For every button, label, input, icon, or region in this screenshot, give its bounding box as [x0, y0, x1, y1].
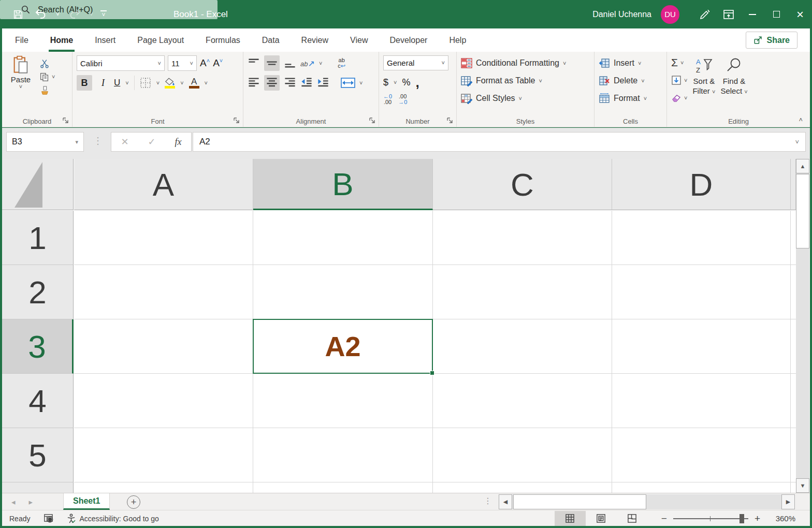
cancel-button[interactable]: ✕ [121, 136, 128, 148]
merge-center-button[interactable] [341, 78, 355, 88]
close-button[interactable]: × [788, 0, 812, 28]
font-color-dropdown-chevron[interactable]: ˅ [205, 80, 208, 86]
column-header-a[interactable]: A [74, 159, 253, 210]
tab-file[interactable]: File [4, 28, 39, 52]
cells-area[interactable] [74, 211, 796, 493]
clear-button[interactable]: ˅ [671, 91, 687, 105]
borders-button[interactable] [140, 77, 151, 89]
add-sheet-button[interactable]: + [127, 495, 140, 509]
shrink-font-button[interactable]: A˅ [213, 57, 223, 69]
fill-color-button[interactable] [165, 78, 175, 89]
macro-record-button[interactable] [44, 514, 53, 523]
redo-button[interactable] [67, 6, 82, 23]
row-header-2[interactable]: 2 [2, 265, 74, 319]
vertical-scroll-thumb[interactable] [796, 174, 809, 248]
align-left-button[interactable] [248, 77, 260, 89]
conditional-formatting-button[interactable]: Conditional Formatting ˅ [461, 55, 591, 71]
vertical-scrollbar[interactable]: ▲ ▼ [796, 159, 809, 493]
tab-help[interactable]: Help [438, 28, 477, 52]
font-name-combo[interactable]: Calibri˅ [77, 55, 165, 71]
redo-dropdown-chevron[interactable]: ˅ [90, 11, 93, 18]
borders-dropdown-chevron[interactable]: ˅ [156, 80, 160, 86]
user-name[interactable]: Daniel Uchenna [592, 10, 651, 19]
column-header-d[interactable]: D [612, 159, 791, 210]
grow-font-button[interactable]: A˄ [200, 57, 210, 69]
autosum-button[interactable]: Σ ˅ [671, 55, 687, 70]
align-center-button[interactable] [264, 75, 280, 91]
tab-page-layout[interactable]: Page Layout [126, 28, 195, 52]
scroll-left-button[interactable]: ◀ [499, 494, 512, 509]
increase-indent-button[interactable] [317, 77, 329, 89]
tab-insert[interactable]: Insert [84, 28, 126, 52]
wrap-text-button[interactable]: ab c↩ [338, 57, 345, 69]
formula-bar-input[interactable]: A2 ˅ [193, 132, 806, 152]
italic-button[interactable]: I [97, 75, 109, 91]
selected-cell-b3[interactable]: A2 [253, 319, 433, 374]
save-button[interactable] [10, 6, 26, 23]
find-select-button[interactable]: Find &Select ˅ [720, 55, 747, 105]
zoom-in-button[interactable]: + [755, 513, 760, 524]
name-box[interactable]: B3 ▾ [6, 132, 84, 152]
row-header-4[interactable]: 4 [2, 374, 74, 428]
row-header-6-sliver[interactable] [2, 482, 74, 493]
zoom-level[interactable]: 360% [765, 514, 795, 523]
align-top-button[interactable] [248, 57, 260, 69]
column-header-e-sliver[interactable] [791, 159, 796, 210]
minimize-button[interactable] [741, 0, 764, 28]
orientation-dropdown-chevron[interactable]: ˅ [319, 61, 322, 66]
accessibility-status-button[interactable]: Accessibility: Good to go [67, 514, 158, 523]
row-header-3[interactable]: 3 [2, 319, 74, 374]
font-dialog-launcher[interactable] [233, 117, 240, 124]
cell-styles-button[interactable]: Cell Styles ˅ [461, 91, 591, 106]
font-size-combo[interactable]: 11˅ [168, 55, 197, 71]
align-middle-button[interactable] [264, 55, 280, 71]
paste-button[interactable]: Paste ˅ [6, 55, 35, 96]
cut-button[interactable] [39, 58, 55, 68]
alignment-dialog-launcher[interactable] [369, 117, 376, 124]
row-header-1[interactable]: 1 [2, 211, 74, 265]
formula-bar-grip[interactable]: ⋮ [93, 135, 103, 146]
horizontal-scrollbar[interactable]: ◀ ▶ [499, 494, 795, 509]
enter-button[interactable]: ✓ [148, 136, 156, 148]
accounting-format-button[interactable]: $ [383, 77, 388, 88]
tab-home[interactable]: Home [39, 28, 84, 52]
delete-cells-button[interactable]: Delete ˅ [599, 73, 663, 89]
tab-formulas[interactable]: Formulas [195, 28, 251, 52]
insert-cells-button[interactable]: Insert ˅ [599, 55, 663, 71]
page-break-preview-button[interactable] [617, 511, 648, 526]
format-as-table-button[interactable]: Format as Table ˅ [461, 73, 591, 89]
prev-sheet-button[interactable]: ◂ [11, 497, 16, 507]
underline-button[interactable]: U [114, 75, 120, 91]
decrease-indent-button[interactable] [300, 77, 313, 89]
clipboard-dialog-launcher[interactable] [62, 117, 69, 124]
scroll-up-button[interactable]: ▲ [796, 159, 809, 173]
fill-handle[interactable] [430, 371, 434, 375]
merge-center-dropdown-chevron[interactable]: ˅ [359, 80, 363, 86]
undo-button[interactable] [33, 6, 49, 23]
format-painter-button[interactable] [39, 85, 55, 96]
accounting-dropdown-chevron[interactable]: ˅ [394, 80, 397, 85]
orientation-button[interactable]: ab↗ [300, 58, 315, 68]
sheet-tab-sheet1[interactable]: Sheet1 [63, 493, 110, 510]
undo-dropdown-chevron[interactable]: ˅ [56, 11, 60, 18]
customize-quick-access-button[interactable]: ˅ [100, 10, 107, 18]
page-layout-view-button[interactable] [586, 511, 617, 526]
scroll-right-button[interactable]: ▶ [781, 494, 795, 509]
tab-data[interactable]: Data [251, 28, 291, 52]
percent-style-button[interactable]: % [402, 77, 410, 88]
avatar[interactable]: DU [661, 5, 679, 24]
paste-dropdown-chevron[interactable]: ˅ [19, 84, 22, 90]
tab-review[interactable]: Review [291, 28, 339, 52]
column-header-b[interactable]: B [253, 159, 433, 210]
zoom-slider[interactable] [673, 518, 748, 519]
select-all-button[interactable] [2, 159, 74, 210]
align-bottom-button[interactable] [284, 57, 296, 69]
scrollbar-resize-grip[interactable]: ⋮ [484, 496, 492, 506]
share-button[interactable]: Share [746, 32, 798, 49]
ribbon-display-options-button[interactable] [717, 0, 741, 28]
name-box-dropdown-icon[interactable]: ▾ [75, 139, 78, 145]
next-sheet-button[interactable]: ▸ [29, 497, 33, 507]
row-header-5[interactable]: 5 [2, 428, 74, 482]
bold-button[interactable]: B [77, 75, 92, 91]
copy-icon[interactable] [39, 72, 49, 82]
